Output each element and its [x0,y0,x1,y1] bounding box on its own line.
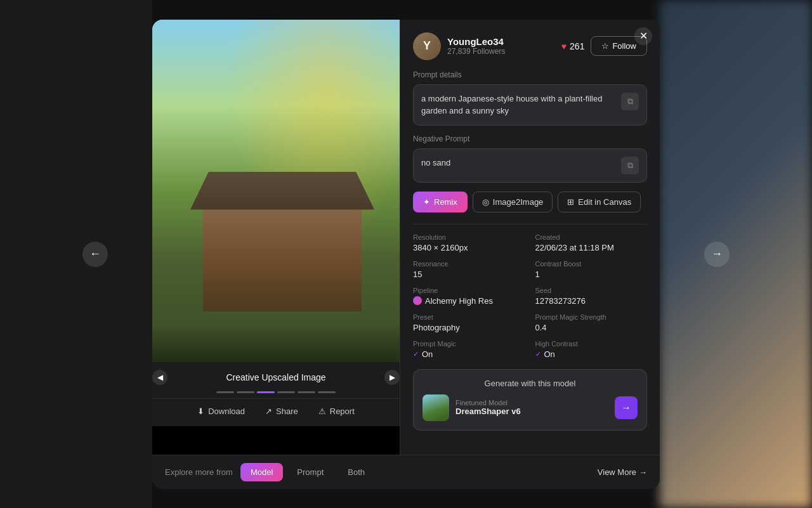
prompt-text: a modern Japanese-style house with a pla… [421,93,616,117]
action-buttons: ✦ Remix ◎ Image2Image ⊞ Edit in Canvas [413,192,647,212]
modal-body: ◀ Creative Upscaled Image ▶ ⬇ [152,20,660,455]
tab-prompt[interactable]: Prompt [287,463,334,481]
image2image-icon: ◎ [482,197,489,207]
meta-seed: Seed 12783273276 [535,287,648,306]
copy-prompt-button[interactable]: ⧉ [621,93,639,110]
tab-both[interactable]: Both [337,463,375,481]
metadata-grid: Resolution 3840 × 2160px Created 22/06/2… [413,233,647,359]
remix-label: Remix [434,197,457,207]
tab-model[interactable]: Model [240,463,283,481]
prev-arrow[interactable]: ← [82,242,108,267]
share-icon: ↗ [265,407,272,416]
prompt-magic-text: On [422,349,433,359]
image2image-button[interactable]: ◎ Image2Image [473,192,553,212]
edit-canvas-icon: ⊞ [567,197,574,207]
resonance-value: 15 [413,270,525,279]
seed-value: 12783273276 [535,296,648,306]
main-image [152,20,400,362]
bg-left [0,0,152,508]
meta-prompt-magic: Prompt Magic ✓ On [413,340,525,359]
left-arrow-icon: ← [89,247,101,261]
created-value: 22/06/23 at 11:18 PM [535,243,648,252]
prompt-box: a modern Japanese-style house with a pla… [413,84,647,126]
view-more-icon: → [639,467,647,477]
close-button[interactable]: ✕ [634,27,652,45]
heart-icon: ♥ [561,41,566,51]
view-more-label: View More [598,467,636,477]
remix-button[interactable]: ✦ Remix [413,192,468,212]
pipeline-label: Pipeline [413,287,525,294]
prompt-magic-strength-label: Prompt Magic Strength [535,313,648,321]
followers-count: 27,839 Followers [447,47,555,56]
view-more-button[interactable]: View More → [598,467,647,477]
high-contrast-value: ✓ On [535,349,648,359]
report-icon: ⚠ [318,407,326,416]
carousel-next[interactable]: ▶ [384,370,400,385]
dot-1 [216,391,234,393]
download-icon: ⬇ [197,407,204,416]
report-button[interactable]: ⚠ Report [318,407,355,416]
meta-preset: Preset Photography [413,313,525,332]
user-row: Y YoungLeo34 27,839 Followers ♥ 261 ☆ Fo… [413,32,647,60]
negative-prompt-label: Negative Prompt [413,134,647,143]
dot-3 [257,391,275,393]
tab-group: Model Prompt Both [240,463,375,481]
edit-canvas-button[interactable]: ⊞ Edit in Canvas [558,192,641,212]
contrast-boost-value: 1 [535,270,648,279]
generate-title: Generate with this model [422,379,638,388]
right-arrow-icon: → [711,247,723,261]
model-row: Finetuned Model DreamShaper v6 → [422,394,638,421]
generate-go-button[interactable]: → [615,396,638,419]
contrast-boost-label: Contrast Boost [535,260,648,268]
meta-resolution: Resolution 3840 × 2160px [413,233,525,252]
dot-5 [298,391,315,393]
go-icon: → [621,402,631,414]
share-button[interactable]: ↗ Share [265,407,298,416]
pipeline-value: Alchemy High Res [413,296,525,306]
resolution-value: 3840 × 2160px [413,243,525,252]
prompt-magic-label: Prompt Magic [413,340,525,348]
meta-high-contrast: High Contrast ✓ On [535,340,648,359]
carousel-controls: ◀ Creative Upscaled Image ▶ [152,362,400,389]
preset-value: Photography [413,323,525,332]
meta-resonance: Resonance 15 [413,260,525,279]
negative-prompt-text: no sand [421,157,450,169]
pipeline-dot-icon [413,296,422,305]
image-actions: ⬇ Download ↗ Share ⚠ Report [152,398,400,426]
image-panel: ◀ Creative Upscaled Image ▶ ⬇ [152,20,400,455]
carousel-right-icon: ▶ [390,373,395,382]
username: YoungLeo34 [447,36,555,47]
report-label: Report [330,407,355,416]
likes-number: 261 [570,41,584,51]
star-icon: ☆ [601,41,609,51]
copy-negative-button[interactable]: ⧉ [621,157,639,174]
carousel-prev[interactable]: ◀ [152,370,167,385]
model-thumb-image [422,394,449,421]
details-panel: Y YoungLeo34 27,839 Followers ♥ 261 ☆ Fo… [400,20,660,455]
generate-card: Generate with this model Finetuned Model… [413,369,647,431]
preset-label: Preset [413,313,525,321]
carousel-dots [152,389,400,398]
next-arrow[interactable]: → [704,242,730,267]
carousel-left-icon: ◀ [157,373,163,382]
dot-2 [237,391,254,393]
follow-label: Follow [612,41,636,51]
download-button[interactable]: ⬇ Download [197,407,245,416]
high-contrast-text: On [544,349,555,359]
like-count: ♥ 261 [561,41,585,51]
house-structure [190,153,374,311]
pipeline-text: Alchemy High Res [425,296,493,306]
carousel-title: Creative Upscaled Image [173,372,379,382]
resonance-label: Resonance [413,260,525,268]
model-thumbnail [422,394,449,421]
download-label: Download [208,407,245,416]
avatar-image: Y [413,32,441,60]
user-info: YoungLeo34 27,839 Followers [447,36,555,56]
meta-pipeline: Pipeline Alchemy High Res [413,287,525,306]
dot-6 [318,391,336,393]
prompt-section-label: Prompt details [413,70,647,79]
model-tag: Finetuned Model [455,399,608,407]
created-label: Created [535,233,648,241]
prompt-magic-strength-value: 0.4 [535,323,648,332]
seed-label: Seed [535,287,648,294]
